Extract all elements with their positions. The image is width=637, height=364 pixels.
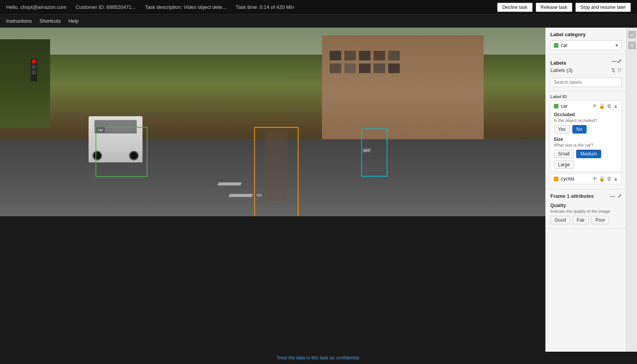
cyclist-collapse-icon[interactable]: ▲: [613, 176, 618, 182]
quality-fair-button[interactable]: Fair: [572, 216, 589, 224]
search-labels-input[interactable]: [550, 78, 622, 87]
dark-canvas-strip: [0, 216, 545, 352]
confidence-strip: Treat the data in this task as confident…: [0, 352, 637, 364]
cyclist-label-header: cyclist 👁 🔒 🗑 ▲: [554, 176, 618, 182]
menu-instructions[interactable]: Instructions: [6, 18, 32, 24]
label-id-title: Label ID: [550, 94, 622, 99]
video-frame[interactable]: car cyc ped: [0, 28, 545, 352]
frame-attr-expand-icon[interactable]: ⤢: [617, 193, 622, 199]
quality-title: Quality: [550, 203, 622, 208]
task-time: Task time: 0:14 of 420 Min: [236, 4, 294, 10]
main-area: car cyc ped ▶ ⏮ /10 frames: [0, 28, 637, 352]
collapse-labels-icon[interactable]: —: [612, 58, 617, 64]
topbar-right: Decline task Release task Stop and resum…: [497, 3, 631, 12]
size-large-button[interactable]: Large: [554, 160, 574, 169]
category-dropdown-arrow: ▾: [615, 42, 618, 48]
frame-attr-title: Frame 1 attributes: [550, 193, 594, 199]
right-panel: Label category car ▾ Labels — ⤢ Labels (…: [545, 28, 626, 352]
quality-poor-button[interactable]: Poor: [591, 216, 609, 224]
labels-section: Labels — ⤢ Labels (3) ⇅ ▽: [546, 54, 626, 91]
frame-attr-collapse-icon[interactable]: —: [610, 193, 615, 199]
confidence-text: Treat the data in this task as confident…: [277, 355, 360, 361]
expand-labels-icon[interactable]: ⤢: [617, 58, 622, 64]
label-category-header: Label category: [550, 32, 622, 37]
labels-header-icons: — ⤢: [612, 58, 622, 64]
release-task-button[interactable]: Release task: [536, 3, 572, 12]
cyclist-label-name: cyclist: [561, 176, 590, 182]
occluded-desc: Is the object occluded?: [554, 118, 618, 123]
car-label-header: car 👁 🔒 🗑 ▲: [554, 103, 618, 109]
occluded-attr: Occluded Is the object occluded? Yes No: [554, 112, 618, 134]
occluded-yes-button[interactable]: Yes: [554, 125, 570, 134]
stop-resume-button[interactable]: Stop and resume later: [575, 3, 631, 12]
occluded-buttons: Yes No: [554, 125, 618, 134]
car-visual: [89, 116, 142, 162]
labels-count: Labels (3): [550, 67, 573, 73]
size-medium-button[interactable]: Medium: [576, 150, 601, 158]
labels-filter-icons: ⇅ ▽: [611, 67, 622, 73]
occluded-title: Occluded: [554, 112, 618, 117]
topbar-left: Hello, chopt@amazon.com Customer ID: 688…: [6, 4, 294, 10]
filter-labels-icon[interactable]: ▽: [618, 67, 622, 73]
panel-tab-labels[interactable]: 🏷: [628, 31, 636, 38]
cyclist-label-item: cyclist 👁 🔒 🗑 ▲: [550, 173, 622, 184]
building: [322, 35, 484, 143]
size-title: Size: [554, 137, 618, 142]
labels-title: Labels: [550, 60, 566, 66]
decline-task-button[interactable]: Decline task: [497, 3, 532, 12]
label-category-title: Label category: [550, 32, 586, 37]
car-hide-icon[interactable]: 👁: [592, 103, 597, 109]
labels-header-row: Labels — ⤢: [550, 58, 622, 67]
car-delete-icon[interactable]: 🗑: [607, 103, 612, 109]
topbar: Hello, chopt@amazon.com Customer ID: 688…: [0, 0, 637, 15]
label-category-select[interactable]: car ▾: [550, 40, 622, 50]
quality-attr: Quality Indicate the quality of the imag…: [550, 203, 622, 224]
greeting: Hello, chopt@amazon.com: [6, 4, 66, 10]
car-color-swatch: [554, 104, 558, 109]
cyclist-delete-icon[interactable]: 🗑: [607, 176, 612, 182]
road: [0, 139, 545, 216]
category-name: car: [561, 42, 613, 48]
menu-shortcuts[interactable]: Shortcuts: [39, 18, 60, 24]
frame-attr-header: Frame 1 attributes — ⤢: [550, 193, 622, 199]
panel-tabs: 🏷 ⚙: [626, 28, 637, 352]
size-buttons: Small Medium Large: [554, 150, 618, 169]
quality-desc: Indicate the quality of the image: [550, 209, 622, 214]
quality-buttons: Good Fair Poor: [550, 216, 622, 224]
car-lock-icon[interactable]: 🔒: [599, 103, 605, 109]
menu-help[interactable]: Help: [68, 18, 79, 24]
panel-tab-settings[interactable]: ⚙: [628, 42, 636, 49]
car-label-item: car 👁 🔒 🗑 ▲ Occluded Is the object occlu…: [550, 100, 622, 172]
frame-attributes-section: Frame 1 attributes — ⤢ Quality Indicate …: [546, 189, 626, 229]
cyclist-color-swatch: [554, 177, 558, 181]
size-small-button[interactable]: Small: [554, 150, 574, 158]
task-desc: Task description: Video object dete...: [145, 4, 226, 10]
canvas-area: car cyc ped ▶ ⏮ /10 frames: [0, 28, 545, 352]
cyclist-hide-icon[interactable]: 👁: [592, 176, 597, 182]
occluded-no-button[interactable]: No: [572, 125, 587, 134]
customer-id: Customer ID: 688520471...: [75, 4, 136, 10]
size-desc: What size is the car?: [554, 143, 618, 147]
category-color-swatch: [554, 43, 558, 48]
quality-good-button[interactable]: Good: [550, 216, 570, 224]
menubar: Instructions Shortcuts Help: [0, 15, 637, 28]
labels-count-row: Labels (3) ⇅ ▽: [550, 67, 622, 73]
sort-labels-icon[interactable]: ⇅: [611, 67, 615, 73]
trees-left: [0, 39, 50, 128]
cyclist-label-icons: 👁 🔒 🗑 ▲: [592, 176, 618, 182]
label-id-section: Label ID car 👁 🔒 🗑 ▲ Occluded Is the obj…: [546, 91, 626, 189]
label-category-section: Label category car ▾: [546, 28, 626, 54]
cyclist-lock-icon[interactable]: 🔒: [599, 176, 605, 182]
size-attr: Size What size is the car? Small Medium …: [554, 137, 618, 169]
car-label-icons: 👁 🔒 🗑 ▲: [592, 103, 618, 109]
frame-attr-icons: — ⤢: [610, 193, 622, 199]
car-label-name: car: [561, 103, 590, 109]
car-collapse-icon[interactable]: ▲: [613, 103, 618, 109]
traffic-light: [31, 58, 37, 82]
